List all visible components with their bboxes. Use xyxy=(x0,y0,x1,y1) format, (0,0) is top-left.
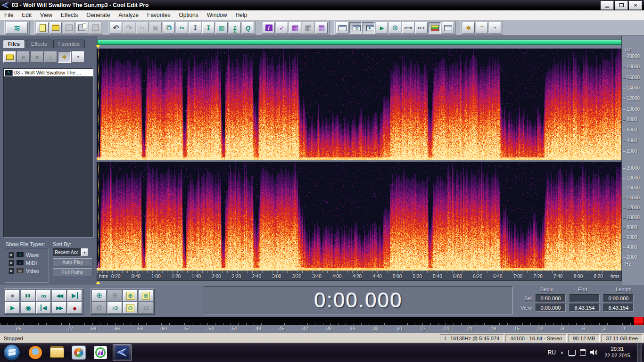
panel-options-button[interactable] xyxy=(58,51,71,63)
time-display-panel[interactable]: 0:00.000 xyxy=(204,286,513,314)
zoom-in-button[interactable] xyxy=(92,290,107,301)
play-window-button[interactable] xyxy=(376,22,388,33)
settings-button[interactable] xyxy=(462,22,475,33)
tab-files[interactable]: Files xyxy=(3,40,25,48)
menu-item[interactable]: Edit xyxy=(17,11,36,19)
rewind-button[interactable] xyxy=(52,290,66,301)
time-window-button[interactable]: 0:15 xyxy=(402,22,414,33)
spectrogram-right-channel[interactable] xyxy=(97,161,621,271)
paste-button[interactable] xyxy=(189,22,201,33)
cut-button[interactable] xyxy=(176,22,188,33)
effect-normalize-button[interactable] xyxy=(263,22,275,33)
sort-by-select[interactable]: Recent Acc xyxy=(53,248,81,256)
zoom-to-selection-button[interactable] xyxy=(107,290,122,301)
menu-item[interactable]: Options xyxy=(174,11,202,19)
stop-button[interactable] xyxy=(5,290,20,301)
cursor-marker-bottom[interactable] xyxy=(96,281,100,284)
save-selection-button[interactable] xyxy=(89,22,101,33)
save-file-button[interactable] xyxy=(63,22,75,33)
volume-icon[interactable] xyxy=(590,349,597,355)
menu-item[interactable]: Generate xyxy=(82,11,114,19)
playlist-button[interactable] xyxy=(363,22,375,33)
spectral-view-button[interactable] xyxy=(429,22,441,33)
trim-button[interactable] xyxy=(149,22,162,33)
zoom-left-edge-button[interactable] xyxy=(123,290,138,301)
record-button[interactable] xyxy=(67,302,82,313)
channel-divider[interactable] xyxy=(97,160,621,162)
scripts-button[interactable] xyxy=(476,22,488,33)
play-button[interactable] xyxy=(5,302,20,313)
time-ruler[interactable]: hms 0:200:401:001:201:402:002:202:403:00… xyxy=(97,271,622,281)
go-to-beginning-button[interactable] xyxy=(36,302,51,313)
sel-begin-field[interactable]: 0:00.000 xyxy=(536,294,566,302)
zoom-window-button[interactable] xyxy=(389,22,401,33)
sample-convert-button[interactable] xyxy=(242,22,254,33)
taskbar-audio-app[interactable] xyxy=(91,344,110,361)
vertical-zoom-in-button[interactable] xyxy=(107,302,122,313)
convert-sample-type-button[interactable] xyxy=(229,22,241,33)
language-indicator[interactable]: RU xyxy=(548,349,556,356)
menu-item[interactable]: File xyxy=(0,11,17,19)
menu-item[interactable]: Favorites xyxy=(143,11,174,19)
zoom-full-button[interactable] xyxy=(123,302,138,313)
effect-envelope-button[interactable] xyxy=(302,22,314,33)
spectrogram-left-channel[interactable] xyxy=(97,49,621,160)
file-list-item[interactable]: ∿ 03 - Wolf Will Swallow The ... xyxy=(4,69,93,76)
marker-strip[interactable] xyxy=(97,45,622,49)
clip-indicator[interactable] xyxy=(634,317,644,325)
play-looped-button[interactable] xyxy=(21,302,35,313)
mix-paste-button[interactable] xyxy=(215,22,228,33)
menu-item[interactable]: Analyze xyxy=(114,11,143,19)
show-organizer-button[interactable] xyxy=(349,22,362,33)
sel-end-field[interactable] xyxy=(570,294,600,302)
cut-inactive-button[interactable] xyxy=(136,22,149,33)
file-list[interactable]: ∿ 03 - Wolf Will Swallow The ... xyxy=(3,68,94,238)
network-icon[interactable] xyxy=(568,350,576,355)
vertical-zoom-out-button[interactable] xyxy=(139,302,153,313)
loop-button[interactable] xyxy=(36,290,51,301)
waveform-view-button[interactable] xyxy=(442,22,454,33)
insert-into-multitrack-button[interactable] xyxy=(31,51,43,63)
video-checkbox[interactable] xyxy=(8,268,14,274)
tab-effects[interactable]: Effects xyxy=(26,40,52,48)
menu-item[interactable]: Effects xyxy=(57,11,82,19)
tab-favorites[interactable]: Favorites xyxy=(53,40,85,48)
view-begin-field[interactable]: 0:00.000 xyxy=(536,304,566,312)
restore-button[interactable] xyxy=(615,1,628,10)
paste-to-new-button[interactable] xyxy=(202,22,215,33)
close-file-button[interactable] xyxy=(17,51,30,63)
overview-range-bar[interactable] xyxy=(97,40,622,45)
effect-batch-button[interactable] xyxy=(289,22,301,33)
fast-forward-button[interactable] xyxy=(52,302,66,313)
zoom-right-edge-button[interactable] xyxy=(139,290,153,301)
level-meter[interactable] xyxy=(0,317,644,325)
cue-ruler-button[interactable]: EEE xyxy=(415,22,428,33)
clock[interactable]: 20:31 22.02.2015 xyxy=(604,346,630,359)
go-to-end-button[interactable] xyxy=(67,290,82,301)
full-paths-button[interactable]: Full Paths xyxy=(53,268,92,276)
close-button[interactable]: × xyxy=(629,1,642,10)
taskbar-firefox[interactable] xyxy=(26,344,45,361)
midi-checkbox[interactable] xyxy=(8,260,14,266)
pause-button[interactable] xyxy=(21,290,35,301)
open-file-button[interactable] xyxy=(50,22,62,33)
wave-checkbox[interactable] xyxy=(8,252,14,258)
show-desktop-button[interactable] xyxy=(637,343,642,362)
auto-play-button[interactable]: Auto-Play xyxy=(53,258,92,266)
sort-by-dropdown-arrow[interactable]: ▼ xyxy=(81,248,88,256)
taskbar-explorer[interactable] xyxy=(48,344,66,361)
copy-button[interactable] xyxy=(163,22,175,33)
taskbar-media-player[interactable]: ▶ xyxy=(69,344,88,361)
new-file-button[interactable] xyxy=(36,22,49,33)
save-as-button[interactable] xyxy=(76,22,88,33)
sel-length-field[interactable]: 0:00.000 xyxy=(603,294,634,302)
panel-help-button[interactable]: ? xyxy=(72,51,84,63)
multitrack-view-button[interactable] xyxy=(6,22,28,33)
zoom-out-button[interactable] xyxy=(92,302,107,313)
minimize-button[interactable] xyxy=(601,1,614,10)
tray-expand-icon[interactable]: ▲ xyxy=(560,350,564,354)
open-file-panel-button[interactable] xyxy=(3,51,16,63)
start-button[interactable] xyxy=(4,345,20,361)
effect-filter-button[interactable] xyxy=(276,22,288,33)
view-length-field[interactable]: 8:43.154 xyxy=(603,304,634,312)
